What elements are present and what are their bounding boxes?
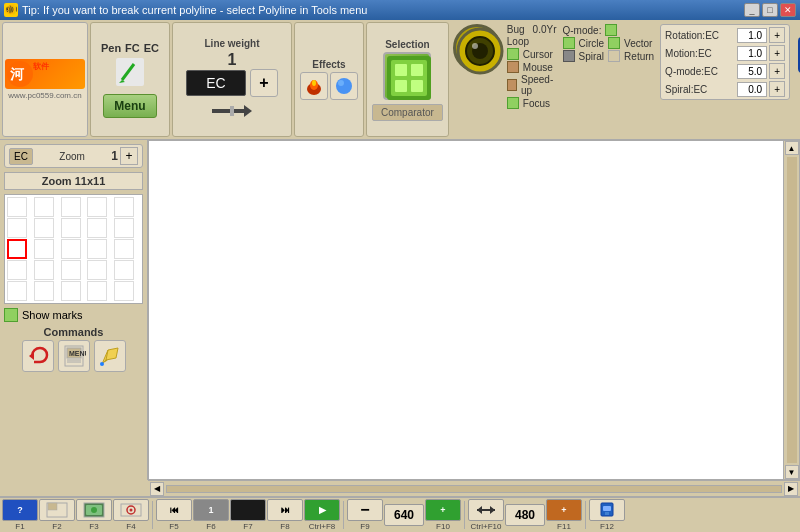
motion-plus[interactable]: + [769,45,785,61]
grid-cell [61,197,81,217]
f7-button[interactable] [230,499,266,521]
svg-text:MENU: MENU [69,350,86,357]
effect-water-icon[interactable] [330,72,358,100]
f1-button[interactable]: ? [2,499,38,521]
logo: 河 软件 [5,59,85,89]
effect-fire-icon[interactable] [300,72,328,100]
f6-button[interactable]: 1 [193,499,229,521]
svg-rect-17 [411,64,423,76]
scroll-down-arrow[interactable]: ▼ [785,465,799,479]
f8-group: ⏭ F8 [267,499,303,531]
svg-marker-40 [477,506,482,514]
f10-value-group: 480 [505,504,545,527]
titlebar: 🐠 Tip: If you want to break current poly… [0,0,800,20]
sep4 [585,501,586,529]
f4-button[interactable] [113,499,149,521]
minimize-button[interactable]: _ [744,3,760,17]
bug-label: Bug [507,24,525,35]
zoom-control: ЕС Zoom 1 + [4,144,143,168]
svg-rect-16 [395,64,407,76]
menu-note-button[interactable]: MENU [58,340,90,372]
grid-cell [87,218,107,238]
grid-cell [34,239,54,259]
lw-plus-button[interactable]: + [250,69,278,97]
grid-cell [34,197,54,217]
badge-section: 24 bit 24 Super [796,24,800,121]
f8-button[interactable]: ⏭ [267,499,303,521]
canvas-area[interactable]: ▲ ▼ [148,140,800,480]
lw-arrow [212,101,252,121]
svg-rect-43 [603,506,611,511]
f3-group: F3 [76,499,112,531]
scroll-track-h[interactable] [166,485,782,493]
zoom-ec-button[interactable]: ЕС [9,148,33,165]
comparator-button[interactable]: Comparator [372,104,443,121]
grid-cell [87,239,107,259]
f10-label: F10 [436,522,450,531]
f11-button[interactable]: + [546,499,582,521]
spiral-plus[interactable]: + [769,81,785,97]
ec-label: EC [144,42,159,54]
f12-button[interactable] [589,499,625,521]
f3-button[interactable] [76,499,112,521]
f2-button[interactable] [39,499,75,521]
spiral-color [563,50,575,62]
grid-cell [34,281,54,301]
f9-minus-button[interactable]: − [347,499,383,521]
site-url: www.pc0559.com.cn [8,91,81,100]
show-marks-label: Show marks [22,309,83,321]
sep1 [152,501,153,529]
spiral-label: Spiral [579,51,605,62]
f10-plus-button[interactable]: + [425,499,461,521]
f5-button[interactable]: ⏮ [156,499,192,521]
f5-label: F5 [169,522,178,531]
scroll-up-arrow[interactable]: ▲ [785,141,799,155]
horizontal-scrollbar: ◀ ▶ [148,480,800,496]
selection-icon[interactable] [383,52,431,100]
qmode-label: Q-mode: [563,25,602,36]
qmode-rot-label: Q-mode:ЕС [665,66,735,77]
commands-label: Commands [4,326,143,338]
vertical-scrollbar[interactable]: ▲ ▼ [783,141,799,479]
f10-value-display: 480 [505,504,545,526]
f12-label: F12 [600,522,614,531]
scroll-left-arrow[interactable]: ◀ [150,482,164,496]
pen-group: Pen FC EC Menu [90,22,170,137]
return-color [608,50,620,62]
mouse-label: Mouse [523,62,553,73]
grid-cell [7,197,27,217]
ec-display[interactable]: ЕС [186,70,246,96]
zoom-grid [4,194,143,304]
lineweight-value: 1 [228,51,237,69]
show-marks[interactable]: Show marks [4,308,143,322]
zoom-plus-button[interactable]: + [120,147,138,165]
vector-label: Vector [624,38,652,49]
undo-button[interactable] [22,340,54,372]
svg-point-35 [91,507,97,513]
qmode-rot-value: 5.0 [737,64,767,79]
menu-button[interactable]: Menu [103,94,156,118]
close-button[interactable]: ✕ [780,3,796,17]
rotation-panel: Rotation:ЕС 1.0 + Motion:ЕС 1.0 + Q-mode… [660,24,790,100]
rotation-plus[interactable]: + [769,27,785,43]
maximize-button[interactable]: □ [762,3,778,17]
rotation-value: 1.0 [737,28,767,43]
ctrlf8-label: Ctrl+F8 [309,522,335,531]
f9-label: F9 [360,522,369,531]
scroll-right-arrow[interactable]: ▶ [784,482,798,496]
pen-label: Pen [101,42,121,54]
svg-point-12 [336,78,352,94]
camera-eye-icon[interactable] [453,24,501,72]
grid-cell [34,218,54,238]
drawing-canvas[interactable] [149,141,783,479]
ctrlf10-button[interactable] [468,499,504,521]
mouse-color [507,61,519,73]
paint-button[interactable] [94,340,126,372]
ctrlf8-group: ▶ Ctrl+F8 [304,499,340,531]
scroll-track-v[interactable] [787,157,797,463]
qmode-plus[interactable]: + [769,63,785,79]
grid-cell [114,239,134,259]
svg-rect-8 [230,106,234,116]
cursor-color [507,48,519,60]
ctrlf8-button[interactable]: ▶ [304,499,340,521]
